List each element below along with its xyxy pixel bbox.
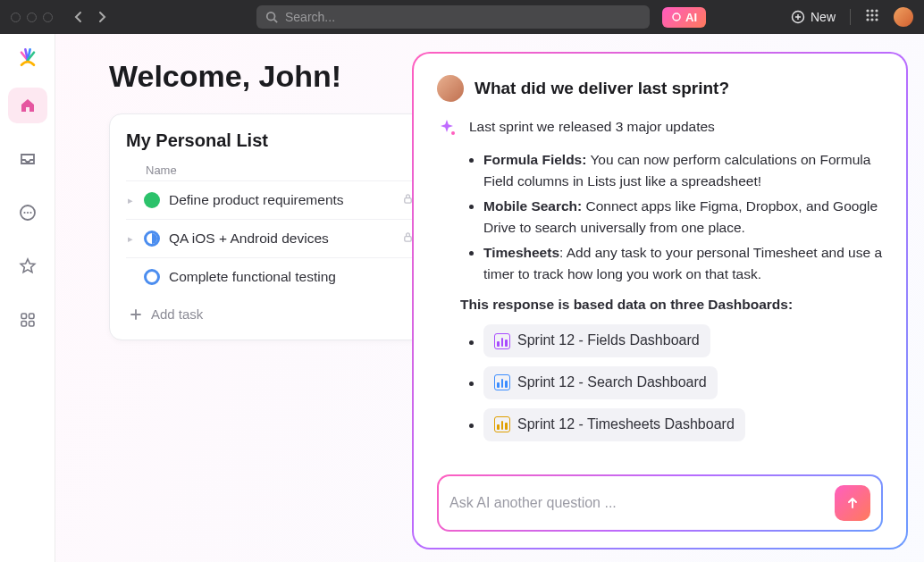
expand-caret-icon[interactable]: ▸ [126,233,135,245]
bar-chart-icon [494,374,510,390]
sidebar [0,34,55,562]
status-icon[interactable] [144,269,160,285]
search-placeholder: Search... [285,10,335,24]
ai-input-wrap [437,474,883,532]
grid-icon [19,311,37,329]
svg-point-16 [29,212,31,214]
nav-apps[interactable] [8,302,47,338]
star-icon [19,257,37,275]
svg-point-11 [870,18,873,21]
task-row[interactable]: ▸QA iOS + Android devices [126,219,414,257]
window-controls [11,13,53,22]
svg-point-9 [875,13,878,16]
task-name: Complete functional testing [169,269,336,285]
svg-point-10 [866,18,869,21]
back-button[interactable] [74,11,83,23]
expand-caret-icon[interactable]: ▸ [126,195,135,206]
svg-rect-21 [405,198,411,204]
forward-button[interactable] [97,11,106,23]
add-task-button[interactable]: Add task [126,296,414,322]
nav-more[interactable] [8,195,47,231]
new-button[interactable]: New [791,10,836,24]
bar-chart-icon [494,333,510,349]
plus-icon [130,308,142,321]
dashboard-source: Sprint 12 - Search Dashboard [483,366,883,399]
svg-point-7 [866,13,869,16]
divider [850,9,851,25]
maximize-window-icon[interactable] [43,13,53,22]
topbar: Search... AI New [0,0,924,34]
brand-logo-icon [15,45,40,70]
dashboard-link[interactable]: Sprint 12 - Fields Dashboard [483,324,710,357]
minimize-window-icon[interactable] [27,13,37,22]
nav-inbox[interactable] [8,141,47,177]
search-icon [265,11,278,23]
ai-source-intro: This response is based data on three Das… [460,294,883,315]
ai-chip[interactable]: AI [662,7,706,28]
apps-menu-button[interactable] [865,8,879,26]
svg-point-14 [23,212,25,214]
send-button[interactable] [835,485,870,521]
svg-point-6 [875,9,878,12]
sparkle-icon [671,12,682,22]
status-icon[interactable] [144,192,160,208]
dashboard-link[interactable]: Sprint 12 - Search Dashboard [483,366,718,399]
dashboard-source: Sprint 12 - Fields Dashboard [483,324,883,357]
svg-point-23 [451,131,455,135]
ai-bullet: Timesheets: Add any task to your persona… [483,242,883,285]
ai-input[interactable] [449,495,826,511]
ai-response: Last sprint we released 3 major updates … [437,116,883,464]
dashboard-source: Sprint 12 - Timesheets Dashboard [483,408,883,441]
svg-point-2 [673,13,680,21]
svg-point-0 [267,13,275,21]
svg-point-15 [26,212,28,214]
task-row[interactable]: ▸Define product requirements [126,180,414,219]
inbox-icon [19,150,37,168]
nav-home[interactable] [8,88,47,123]
plus-circle-icon [791,10,805,24]
nav-favorites[interactable] [8,248,47,284]
dashboard-link[interactable]: Sprint 12 - Timesheets Dashboard [483,408,745,441]
column-header-name: Name [126,164,414,177]
bar-chart-icon [494,416,510,432]
question-avatar [437,75,464,102]
svg-rect-19 [21,322,27,327]
close-window-icon[interactable] [11,13,21,22]
personal-list-panel: My Personal List Name ▸Define product re… [109,113,431,340]
ai-summary: Last sprint we released 3 major updates [469,116,715,144]
svg-rect-18 [29,314,34,319]
more-circle-icon [19,204,37,222]
ai-bullet: Mobile Search: Connect apps like Figma, … [483,196,883,239]
svg-point-12 [875,18,878,21]
panel-title: My Personal List [126,130,414,151]
status-icon[interactable] [144,231,160,247]
svg-point-4 [866,9,869,12]
global-search[interactable]: Search... [256,5,650,29]
sparkle-icon [437,118,458,144]
svg-rect-17 [21,314,27,319]
task-name: Define product requirements [169,192,344,208]
ai-bullet: Formula Fields: You can now perform calc… [483,149,883,192]
task-name: QA iOS + Android devices [169,231,329,247]
svg-rect-20 [29,322,34,327]
task-row[interactable]: Complete functional testing [126,257,414,296]
arrow-up-icon [845,496,860,510]
svg-rect-22 [405,237,411,242]
svg-point-5 [870,9,873,12]
svg-line-1 [274,20,278,23]
home-icon [19,96,37,114]
ai-question: What did we deliver last sprint? [475,79,729,98]
user-avatar[interactable] [894,7,913,27]
ai-panel: What did we deliver last sprint? Last sp… [412,52,908,549]
svg-point-8 [870,13,873,16]
